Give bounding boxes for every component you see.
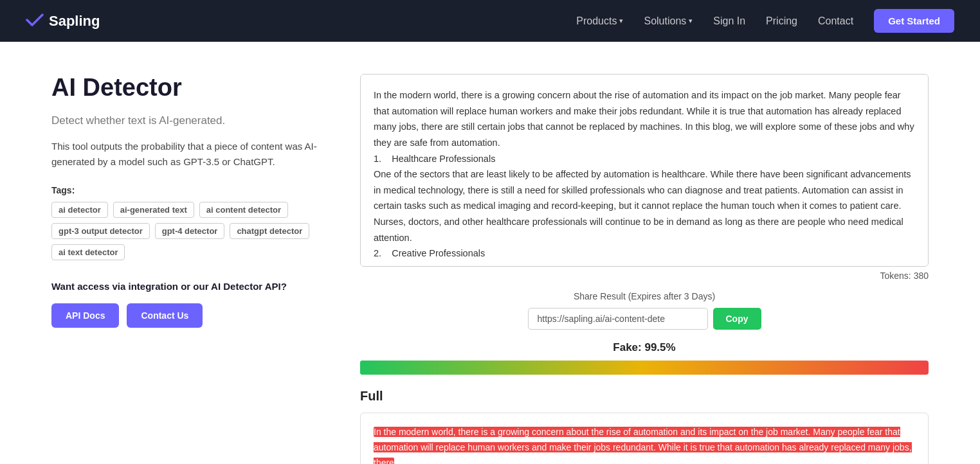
page-description: This tool outputs the probability that a… <box>51 139 322 170</box>
tag-ai-text-detector: ai text detector <box>51 244 125 260</box>
page-subtitle: Detect whether text is AI-generated. <box>51 114 322 127</box>
full-label: Full <box>360 389 929 404</box>
nav-links: Products ▾ Solutions ▾ Sign In Pricing C… <box>576 9 954 33</box>
tag-ai-detector: ai detector <box>51 202 108 218</box>
tags-label: Tags: ai detector ai-generated text ai c… <box>51 185 322 260</box>
tags-section: Tags: ai detector ai-generated text ai c… <box>51 185 322 260</box>
tag-gpt3-output: gpt-3 output detector <box>51 223 150 239</box>
api-section-title: Want access via integration or our AI De… <box>51 280 322 293</box>
text-input-area[interactable]: In the modern world, there is a growing … <box>360 74 929 267</box>
share-label: Share Result (Expires after 3 Days) <box>360 291 929 301</box>
right-panel: In the modern world, there is a growing … <box>360 74 929 464</box>
logo-text: Sapling <box>49 13 100 30</box>
share-input-row: Copy <box>360 308 929 330</box>
share-section: Share Result (Expires after 3 Days) Copy <box>360 291 929 330</box>
api-buttons: API Docs Contact Us <box>51 303 322 328</box>
nav-solutions[interactable]: Solutions ▾ <box>644 15 693 27</box>
highlighted-text-red: In the modern world, there is a growing … <box>374 427 912 464</box>
tags-wrapper: ai detector ai-generated text ai content… <box>51 202 322 260</box>
score-bar-fill <box>360 361 926 375</box>
fake-score-label: Fake: 99.5% <box>360 341 929 354</box>
nav-contact[interactable]: Contact <box>818 15 853 27</box>
get-started-button[interactable]: Get Started <box>874 9 954 33</box>
score-bar <box>360 361 929 375</box>
logo-icon <box>26 12 44 30</box>
share-url-input[interactable] <box>528 308 708 330</box>
nav-products[interactable]: Products ▾ <box>576 15 623 27</box>
tokens-count: Tokens: 380 <box>360 271 929 281</box>
contact-us-button[interactable]: Contact Us <box>127 303 203 328</box>
nav-pricing[interactable]: Pricing <box>766 15 797 27</box>
chevron-down-icon: ▾ <box>689 17 693 25</box>
tag-ai-generated-text: ai-generated text <box>113 202 194 218</box>
left-panel: AI Detector Detect whether text is AI-ge… <box>51 74 322 464</box>
text-textarea[interactable]: In the modern world, there is a growing … <box>361 75 928 266</box>
tag-ai-content-detector: ai content detector <box>199 202 288 218</box>
main-content: AI Detector Detect whether text is AI-ge… <box>0 42 980 464</box>
tag-gpt4-detector: gpt-4 detector <box>155 223 225 239</box>
highlighted-text-box: In the modern world, there is a growing … <box>360 413 929 464</box>
tag-chatgpt-detector: chatgpt detector <box>230 223 309 239</box>
logo[interactable]: Sapling <box>26 12 100 30</box>
nav-signin[interactable]: Sign In <box>713 15 745 27</box>
page-title: AI Detector <box>51 74 322 102</box>
navbar: Sapling Products ▾ Solutions ▾ Sign In P… <box>0 0 980 42</box>
api-docs-button[interactable]: API Docs <box>51 303 119 328</box>
chevron-down-icon: ▾ <box>619 17 623 25</box>
copy-button[interactable]: Copy <box>713 308 761 330</box>
